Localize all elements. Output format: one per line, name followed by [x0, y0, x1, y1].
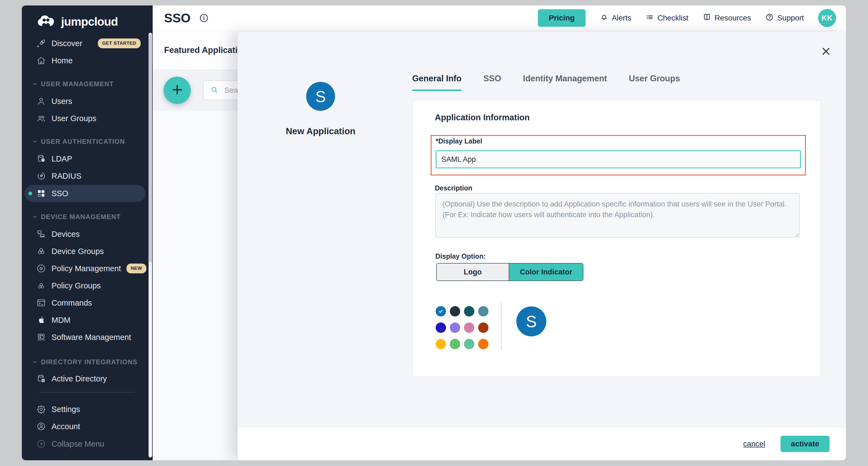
- color-indicator-option[interactable]: Color Indicator: [509, 264, 583, 281]
- sidebar-item-devices[interactable]: Devices: [22, 226, 153, 242]
- account-icon: [36, 421, 46, 431]
- application-name: New Application: [286, 126, 355, 137]
- section-device-management[interactable]: DEVICE MANAGEMENT: [22, 208, 153, 225]
- rocket-icon: [36, 38, 46, 48]
- tab-sso[interactable]: SSO: [483, 74, 501, 91]
- activate-button[interactable]: activate: [780, 436, 830, 452]
- color-swatch[interactable]: [464, 322, 474, 333]
- cancel-button[interactable]: cancel: [743, 440, 765, 448]
- color-swatch[interactable]: [450, 306, 460, 317]
- sidebar-item-user-groups[interactable]: User Groups: [22, 110, 153, 127]
- color-swatch[interactable]: [436, 339, 446, 349]
- color-swatch[interactable]: [464, 306, 474, 317]
- software-management-icon: [36, 332, 46, 342]
- chevron-down-icon: [33, 358, 37, 366]
- sidebar-scrollbar[interactable]: [149, 33, 152, 458]
- scrollbar-thumb[interactable]: [149, 34, 152, 262]
- jumpcloud-logo[interactable]: jumpcloud: [35, 13, 118, 30]
- policy-management-icon: [36, 264, 46, 273]
- support-button[interactable]: Support: [765, 13, 804, 24]
- app-window: jumpcloud Discover GET STARTED Home USER…: [22, 5, 846, 460]
- display-label-input[interactable]: [436, 150, 801, 168]
- sidebar-item-users[interactable]: Users: [22, 93, 153, 110]
- screen: jumpcloud Discover GET STARTED Home USER…: [0, 0, 868, 466]
- header-actions: Pricing Alerts Checklist Resources Suppo…: [538, 9, 836, 27]
- tab-identity-management[interactable]: Identity Management: [523, 74, 607, 91]
- sidebar-item-device-groups[interactable]: Device Groups: [22, 243, 153, 260]
- sidebar-item-sso[interactable]: SSO: [25, 185, 146, 202]
- add-application-button[interactable]: [163, 77, 191, 104]
- color-swatch[interactable]: [478, 306, 489, 317]
- checklist-button[interactable]: Checklist: [645, 13, 688, 24]
- display-label-label: *Display Label: [436, 137, 482, 145]
- tab-user-groups[interactable]: User Groups: [629, 74, 680, 91]
- section-user-authentication[interactable]: USER AUTHENTICATION: [22, 133, 153, 150]
- application-initial-avatar: S: [306, 82, 335, 111]
- pricing-button[interactable]: Pricing: [538, 9, 586, 27]
- sso-grid-icon: [36, 188, 46, 198]
- collapse-icon: [36, 439, 46, 449]
- new-badge: NEW: [126, 264, 146, 273]
- color-swatch-grid: [436, 306, 489, 349]
- user-group-icon: [36, 114, 46, 123]
- sidebar: jumpcloud Discover GET STARTED Home USER…: [22, 5, 153, 460]
- color-swatch[interactable]: [464, 339, 474, 349]
- new-application-drawer: S New Application General Info SSO Ident…: [238, 32, 846, 460]
- sidebar-item-mdm[interactable]: MDM: [22, 312, 153, 328]
- display-option-label: Display Option:: [435, 252, 486, 260]
- commands-icon: [36, 298, 46, 308]
- sidebar-item-collapse-menu[interactable]: Collapse Menu: [22, 435, 153, 453]
- color-preview-avatar: S: [516, 307, 546, 337]
- check-icon: [438, 308, 444, 314]
- plus-icon: [170, 83, 184, 98]
- sidebar-divider: [39, 392, 135, 392]
- get-started-badge: GET STARTED: [98, 38, 141, 48]
- chevron-down-icon: [33, 138, 37, 145]
- description-label: Description: [435, 184, 472, 192]
- resize-grip-icon[interactable]: [794, 232, 799, 238]
- checklist-icon: [645, 13, 654, 24]
- sidebar-item-software-management[interactable]: Software Management: [22, 329, 153, 346]
- display-option-toggle: Logo Color Indicator: [436, 263, 583, 281]
- sidebar-item-account[interactable]: Account: [22, 418, 153, 435]
- sidebar-item-active-directory[interactable]: Active Directory: [22, 370, 153, 387]
- drawer-tabs: General Info SSO Identity Management Use…: [412, 74, 680, 91]
- drawer-footer: cancel activate: [238, 427, 846, 460]
- sidebar-item-ldap[interactable]: LDAP: [22, 150, 153, 167]
- color-swatch[interactable]: [436, 306, 446, 317]
- search-icon: [210, 85, 219, 95]
- color-swatch[interactable]: [450, 339, 460, 349]
- sidebar-item-home[interactable]: Home: [22, 52, 153, 69]
- radius-icon: [36, 171, 46, 181]
- apple-icon: [36, 315, 46, 325]
- sidebar-item-radius[interactable]: RADIUS: [22, 168, 153, 184]
- logo-wordmark: jumpcloud: [61, 15, 118, 28]
- close-icon[interactable]: [819, 45, 833, 58]
- question-icon: [765, 13, 774, 24]
- color-swatch[interactable]: [478, 322, 489, 333]
- user-icon: [36, 96, 46, 106]
- info-icon[interactable]: [198, 12, 210, 24]
- color-swatch[interactable]: [436, 322, 446, 333]
- sidebar-item-settings[interactable]: Settings: [22, 401, 153, 418]
- chevron-down-icon: [33, 213, 37, 221]
- sidebar-item-policy-management[interactable]: Policy Management NEW: [22, 260, 153, 277]
- sidebar-item-policy-groups[interactable]: Policy Groups: [22, 277, 153, 294]
- sidebar-item-commands[interactable]: Commands: [22, 294, 153, 311]
- form-section-title: Application Information: [435, 113, 530, 122]
- application-information-card: Application Information *Display Label D…: [412, 100, 820, 377]
- color-swatch[interactable]: [478, 339, 489, 349]
- resources-button[interactable]: Resources: [703, 13, 751, 24]
- tab-general-info[interactable]: General Info: [412, 74, 462, 91]
- logo-option[interactable]: Logo: [437, 264, 509, 281]
- color-swatch[interactable]: [450, 322, 460, 333]
- section-user-management[interactable]: USER MANAGEMENT: [22, 76, 153, 92]
- sidebar-item-discover[interactable]: Discover GET STARTED: [22, 35, 153, 52]
- alerts-button[interactable]: Alerts: [600, 13, 631, 24]
- section-directory-integrations[interactable]: DIRECTORY INTEGRATIONS: [22, 354, 153, 371]
- device-groups-icon: [36, 246, 46, 256]
- home-icon: [36, 56, 46, 65]
- user-avatar[interactable]: KK: [818, 9, 836, 27]
- description-textarea[interactable]: [435, 193, 800, 238]
- bell-icon: [600, 13, 609, 24]
